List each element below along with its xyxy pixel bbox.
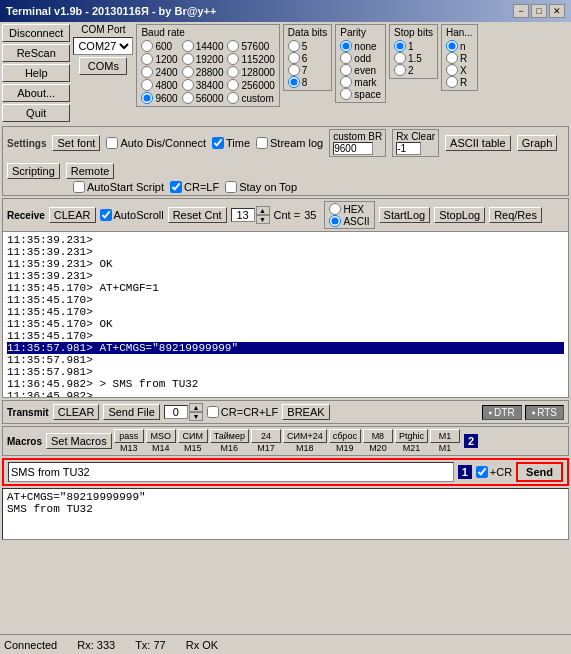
reset-cnt-button[interactable]: Reset Cnt [168, 207, 227, 223]
baud-115200: 115200 [227, 53, 274, 65]
spinner-buttons: ▲ ▼ [256, 206, 270, 224]
macro-m8-button[interactable]: M8 [363, 429, 393, 443]
macro-badge-2: 2 [464, 434, 478, 448]
autoscroll-check: AutoScroll [100, 209, 164, 221]
baud-19200: 19200 [182, 53, 224, 65]
req-res-button[interactable]: Req/Res [489, 207, 542, 223]
maximize-button[interactable]: □ [531, 4, 547, 18]
com-port-label: COM Port [81, 24, 125, 35]
stay-on-top-label: Stay on Top [239, 181, 297, 193]
sms-section: 1 +CR Send [2, 458, 569, 486]
macro-m13-label: M13 [120, 443, 138, 453]
help-button[interactable]: Help [2, 64, 70, 82]
rx-clear-input[interactable] [396, 142, 421, 155]
status-tx: Tx: 77 [135, 639, 166, 651]
com-port-select[interactable]: COM27 [73, 37, 133, 55]
baud-rate-label: Baud rate [141, 27, 274, 38]
coms-button[interactable]: COMs [79, 57, 127, 75]
macro-m19[interactable]: сброс M19 [329, 429, 361, 453]
macro-m1-label: M1 [439, 443, 452, 453]
cr-lf-check: CR=LF [170, 181, 219, 193]
remote-button[interactable]: Remote [66, 163, 115, 179]
macro-timer-button[interactable]: Таймер [210, 429, 249, 443]
send-button[interactable]: Send [516, 462, 563, 482]
macro-m15[interactable]: СИМ M15 [178, 429, 208, 453]
macro-reset-button[interactable]: сброс [329, 429, 361, 443]
scripting-button[interactable]: Scripting [7, 163, 60, 179]
macro-sim24-button[interactable]: СИМ+24 [283, 429, 327, 443]
macro-m17[interactable]: 24 M17 [251, 429, 281, 453]
transmit-spinner-group: ▲ ▼ [164, 403, 203, 421]
disconnect-button[interactable]: Disconnect [2, 24, 70, 42]
macros-row: Macros Set Macros pass M13 MSO M14 СИМ M… [7, 429, 564, 453]
sms-badge-1: 1 [458, 465, 472, 479]
stream-log-label: Stream log [270, 137, 323, 149]
baud-1200: 1200 [141, 53, 177, 65]
baud-600: 600 [141, 40, 177, 52]
about-button[interactable]: About... [2, 84, 70, 102]
cr-option: +CR [476, 466, 512, 478]
macro-m20[interactable]: M8 M20 [363, 429, 393, 453]
baud-38400: 38400 [182, 79, 224, 91]
log-area: AT+CMGS="89219999999"SMS from TU32 [2, 488, 569, 540]
ascii-table-button[interactable]: ASCII table [445, 135, 511, 151]
close-button[interactable]: ✕ [549, 4, 565, 18]
quit-button[interactable]: Quit [2, 104, 70, 122]
stoplog-button[interactable]: StopLog [434, 207, 485, 223]
macro-pass-button[interactable]: pass [114, 429, 144, 443]
spinner-input[interactable] [231, 208, 255, 222]
minimize-button[interactable]: − [513, 4, 529, 18]
data-bits-label: Data bits [288, 27, 327, 38]
autostart-script-check: AutoStart Script [73, 181, 164, 193]
dtr-rts-group: ▪ DTR ▪ RTS [482, 405, 564, 420]
macro-m21-label: M21 [403, 443, 421, 453]
baud-rate-group: Baud rate 600 14400 57600 1200 19200 115… [136, 24, 279, 107]
spinner-up[interactable]: ▲ [256, 206, 270, 215]
receive-clear-button[interactable]: CLEAR [49, 207, 96, 223]
break-button[interactable]: BREAK [282, 404, 329, 420]
custom-br-input[interactable] [333, 142, 373, 155]
macro-m21[interactable]: Ptghic M21 [395, 429, 428, 453]
rescan-button[interactable]: ReScan [2, 44, 70, 62]
sms-input[interactable] [8, 462, 454, 482]
receive-label: Receive [7, 210, 45, 221]
auto-dis-connect-label: Auto Dis/Connect [120, 137, 206, 149]
transmit-section: Transmit CLEAR Send File ▲ ▼ CR=CR+LF BR… [2, 400, 569, 424]
graph-button[interactable]: Graph [517, 135, 558, 151]
macro-m1[interactable]: M1 M1 [430, 429, 460, 453]
macro-m14[interactable]: MSO M14 [146, 429, 176, 453]
rts-indicator[interactable]: ▪ RTS [525, 405, 564, 420]
cr-label: CR=CR+LF [221, 406, 278, 418]
dtr-indicator[interactable]: ▪ DTR [482, 405, 522, 420]
connection-controls: Disconnect ReScan Help About... Quit [2, 24, 70, 122]
transmit-spinner-input[interactable] [164, 405, 188, 419]
startlog-button[interactable]: StartLog [379, 207, 431, 223]
set-font-button[interactable]: Set font [52, 135, 100, 151]
window-title: Terminal v1.9b - 20130116Я - by Br@y++ [6, 5, 216, 17]
rts-label: RTS [537, 407, 557, 418]
auto-dis-connect-check: Auto Dis/Connect [106, 137, 206, 149]
macro-m16[interactable]: Таймер M16 [210, 429, 249, 453]
macro-ptghic-button[interactable]: Ptghic [395, 429, 428, 443]
send-file-button[interactable]: Send File [103, 404, 159, 420]
macro-mso-button[interactable]: MSO [146, 429, 176, 443]
transmit-clear-button[interactable]: CLEAR [53, 404, 100, 420]
dtr-indicator-icon: ▪ [489, 407, 493, 418]
time-check: Time [212, 137, 250, 149]
spinner-down[interactable]: ▼ [256, 215, 270, 224]
macro-24-button[interactable]: 24 [251, 429, 281, 443]
macro-m13[interactable]: pass M13 [114, 429, 144, 453]
macro-m1-button[interactable]: M1 [430, 429, 460, 443]
handshake-group: Han... n R X R [441, 24, 478, 91]
cr-check: CR=CR+LF [207, 406, 278, 418]
macro-sim-button[interactable]: СИМ [178, 429, 208, 443]
receive-section: Receive CLEAR AutoScroll Reset Cnt ▲ ▼ C… [2, 198, 569, 398]
macro-m18[interactable]: СИМ+24 M18 [283, 429, 327, 453]
baud-4800: 4800 [141, 79, 177, 91]
transmit-spinner-up[interactable]: ▲ [189, 403, 203, 412]
window-controls: − □ ✕ [513, 4, 565, 18]
title-bar: Terminal v1.9b - 20130116Я - by Br@y++ −… [0, 0, 571, 22]
transmit-spinner-down[interactable]: ▼ [189, 412, 203, 421]
custom-br-group: custom BR [329, 129, 386, 157]
set-macros-button[interactable]: Set Macros [46, 433, 112, 449]
